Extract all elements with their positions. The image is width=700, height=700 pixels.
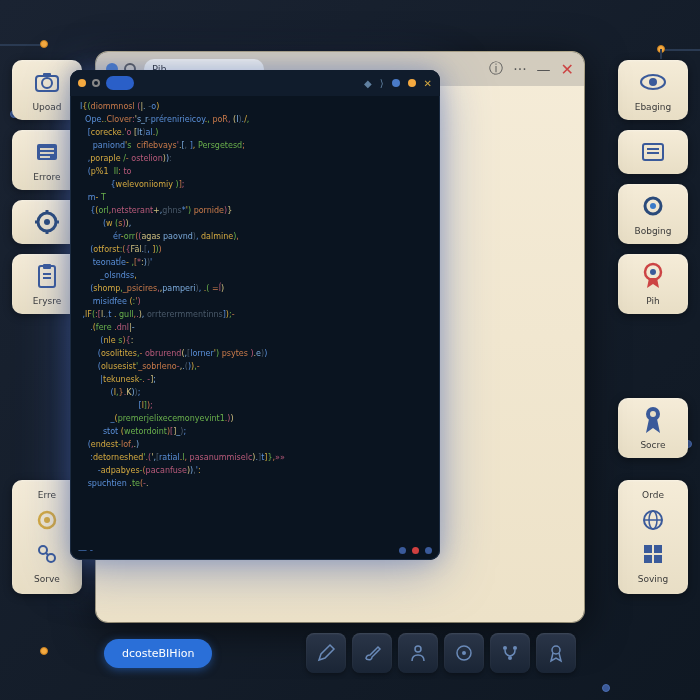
traffic-dot[interactable] [92, 79, 100, 87]
tool-score[interactable]: Socre [618, 398, 688, 458]
svg-line-21 [46, 553, 48, 555]
tool-label: Socre [640, 440, 665, 450]
svg-point-1 [42, 78, 52, 88]
close-icon[interactable]: ✕ [424, 78, 432, 89]
tool-label: Upoad [32, 102, 61, 112]
inner-titlebar[interactable]: ◆ ⟩ ✕ [70, 70, 440, 96]
svg-rect-6 [40, 156, 50, 158]
svg-rect-38 [644, 555, 652, 563]
sidebar-right-lower: Orde Soving [618, 480, 688, 594]
minimize-icon[interactable]: — [537, 61, 551, 77]
svg-point-30 [650, 269, 656, 275]
chevron-icon[interactable]: ⟩ [380, 78, 384, 89]
svg-rect-37 [654, 545, 662, 553]
camera-icon [33, 68, 61, 96]
list-icon [639, 138, 667, 166]
globe-icon [639, 506, 667, 534]
svg-point-28 [650, 203, 656, 209]
grid-icon [639, 540, 667, 568]
inner-controls: ◆ ⟩ ✕ [364, 78, 432, 89]
code-content[interactable]: I{(diommnosl (|. -o) Ope..Clover:'s_r-pr… [76, 96, 434, 540]
svg-point-45 [508, 656, 512, 660]
tool-label: Erre [38, 490, 56, 500]
tool-debug2[interactable]: Bobging [618, 184, 688, 244]
svg-rect-39 [654, 555, 662, 563]
ribbon-tool[interactable] [536, 633, 576, 673]
tool-label: Orde [642, 490, 664, 500]
brush-tool[interactable] [352, 633, 392, 673]
sidebar-right: Ebaging Bobging Pih [618, 60, 688, 314]
info-icon[interactable]: ⓘ [489, 60, 503, 78]
svg-point-23 [649, 78, 657, 86]
status-dash: — - [78, 545, 93, 555]
target-tool[interactable] [444, 633, 484, 673]
inner-statusbar: — - [78, 544, 432, 556]
bottom-toolbar: dcosteBIHion [96, 626, 584, 680]
tool-list2[interactable] [618, 130, 688, 174]
status-dot [412, 547, 419, 554]
dot-icon[interactable] [392, 79, 400, 87]
close-icon[interactable]: ✕ [561, 60, 574, 79]
tool-label: Bobging [634, 226, 671, 236]
tool-badge[interactable]: Pih [618, 254, 688, 314]
svg-point-46 [552, 646, 560, 654]
status-dot [425, 547, 432, 554]
status-dot [399, 547, 406, 554]
ribbon-icon [639, 406, 667, 434]
svg-point-43 [503, 646, 507, 650]
svg-point-32 [650, 411, 656, 417]
branch-tool[interactable] [490, 633, 530, 673]
list-icon [33, 138, 61, 166]
svg-rect-5 [40, 152, 54, 154]
svg-point-42 [462, 651, 466, 655]
tool-label: Soving [638, 574, 668, 584]
link-icon [33, 540, 61, 568]
traffic-dot[interactable] [78, 79, 86, 87]
gear-icon [33, 208, 61, 236]
badge-icon [639, 262, 667, 290]
window-controls: ⓘ ··· — ✕ [489, 60, 574, 79]
documentation-button[interactable]: dcosteBIHion [104, 639, 212, 668]
gear-icon [639, 192, 667, 220]
tool-debug[interactable]: Ebaging [618, 60, 688, 120]
svg-rect-14 [43, 264, 51, 269]
svg-rect-2 [43, 73, 51, 77]
tool-label: Ebaging [635, 102, 672, 112]
svg-rect-4 [40, 148, 54, 150]
svg-point-40 [415, 646, 421, 652]
tool-label: Errore [33, 172, 60, 182]
inner-code-editor: ◆ ⟩ ✕ I{(diommnosl (|. -o) Ope..Clover:'… [70, 70, 440, 560]
bottom-icon-group [306, 633, 576, 673]
tool-label: Sorve [34, 574, 60, 584]
tool-group-right[interactable]: Orde Soving [618, 480, 688, 594]
gear-icon [33, 506, 61, 534]
svg-point-20 [47, 554, 55, 562]
pen-tool[interactable] [306, 633, 346, 673]
svg-point-19 [39, 546, 47, 554]
svg-rect-13 [39, 266, 55, 287]
clipboard-icon [33, 262, 61, 290]
tool-label: Pih [646, 296, 659, 306]
svg-point-8 [44, 219, 50, 225]
sidebar-right-mid: Socre [618, 398, 688, 458]
svg-point-18 [44, 517, 50, 523]
eye-icon [639, 68, 667, 96]
person-tool[interactable] [398, 633, 438, 673]
tab-pill[interactable] [106, 76, 134, 90]
tool-label: Erysre [33, 296, 61, 306]
dot-icon[interactable] [408, 79, 416, 87]
svg-point-44 [513, 646, 517, 650]
menu-dots[interactable]: ··· [513, 61, 526, 77]
diamond-icon[interactable]: ◆ [364, 78, 372, 89]
svg-rect-36 [644, 545, 652, 553]
